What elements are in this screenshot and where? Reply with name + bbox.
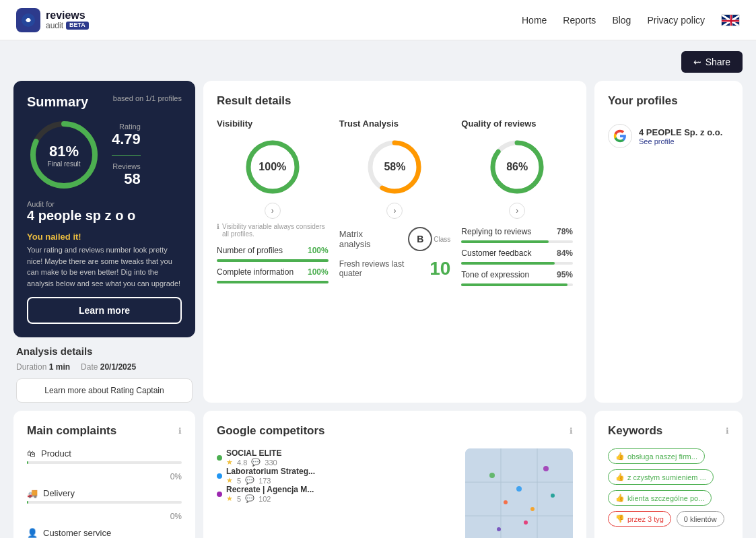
audit-for: Audit for 4 people sp z o o <box>27 200 182 224</box>
top-grid: Summary based on 1/1 profiles 81% Final … <box>13 81 743 403</box>
fresh-row: Fresh reviews last quater 10 <box>339 258 451 279</box>
rating-value: 4.79 <box>112 131 141 148</box>
summary-card: Summary based on 1/1 profiles 81% Final … <box>13 81 195 337</box>
nav-blog[interactable]: Blog <box>612 15 631 26</box>
language-flag[interactable] <box>721 14 740 26</box>
summary-header: Summary based on 1/1 profiles <box>27 94 182 110</box>
logo-title: reviews <box>46 9 89 22</box>
competitors-card: Google competitors ℹ SOCIAL ELITE ★ 4.8 … <box>203 411 586 538</box>
delivery-icon: 🚚 <box>27 488 38 498</box>
trust-next[interactable]: › <box>386 203 403 219</box>
quality-section: Quality of reviews 86% › <box>461 119 573 292</box>
fresh-number: 10 <box>429 258 450 279</box>
gauge-percent: 81% <box>48 143 81 160</box>
competitor-1-info: SOCIAL ELITE ★ 4.8 💬 330 <box>226 448 281 467</box>
result-details-card: Result details Visibility 100% › <box>203 81 586 403</box>
nav-privacy[interactable]: Privacy policy <box>647 15 705 26</box>
keyword-4: 👎 przez 3 tyg <box>608 511 671 527</box>
nav-reports[interactable]: Reports <box>563 15 596 26</box>
visibility-section: Visibility 100% › ℹ Visibil <box>217 119 329 292</box>
competitor-dot-1 <box>217 455 222 461</box>
competitor-2-info: Laboratorium Strateg... ★ 5 💬 173 <box>226 467 315 485</box>
quality-percent: 86% <box>506 161 528 173</box>
complaint-delivery: 🚚 Delivery 0% <box>27 488 182 521</box>
replying-row: Replying to reviews 78% <box>461 227 573 236</box>
gauge-circle: 81% Final result <box>27 118 101 192</box>
nav-home[interactable]: Home <box>522 15 547 26</box>
nailed-it-desc: Your rating and reviews number look pret… <box>27 244 182 289</box>
competitor-3-meta: ★ 5 💬 102 <box>226 494 314 503</box>
cs-icon: 👤 <box>27 528 38 538</box>
svg-point-29 <box>524 520 528 525</box>
trust-donut-wrap: 58% › <box>339 137 451 219</box>
reviews-value: 58 <box>112 170 141 188</box>
keywords-card: Keywords ℹ 👍 obsługa naszej firm... 👍 z … <box>594 411 743 538</box>
complaints-info-icon[interactable]: ℹ <box>178 426 182 436</box>
svg-point-27 <box>551 494 555 498</box>
competitors-title: Google competitors <box>217 424 325 438</box>
svg-point-26 <box>530 507 535 511</box>
profile-details: 4 PEOPLE Sp. z o.o. See profile <box>639 127 722 145</box>
reviews-label: Reviews <box>112 162 141 170</box>
thumb-down-icon: 👎 <box>615 514 625 523</box>
complaint-delivery-header: 🚚 Delivery <box>27 488 182 498</box>
visibility-next[interactable]: › <box>265 203 281 219</box>
trust-title: Trust Analysis <box>339 119 451 129</box>
visibility-metrics: Number of profiles 100% Complete informa… <box>217 246 329 283</box>
competitor-dot-3 <box>217 492 222 497</box>
competitor-1: SOCIAL ELITE ★ 4.8 💬 330 <box>217 448 457 467</box>
svg-point-25 <box>504 500 508 504</box>
profile-name: 4 PEOPLE Sp. z o.o. <box>639 127 722 137</box>
svg-point-28 <box>497 527 501 531</box>
trust-donut: 58% <box>364 137 425 197</box>
svg-point-22 <box>489 473 495 478</box>
logo: reviews audit BETA <box>16 8 89 32</box>
complaint-product: 🛍 Product 0% <box>27 448 182 481</box>
competitors-info-icon[interactable]: ℹ <box>570 426 573 436</box>
summary-column: Summary based on 1/1 profiles 81% Final … <box>13 81 195 403</box>
logo-text: reviews audit BETA <box>46 9 89 30</box>
keywords-title: Keywords <box>608 424 662 438</box>
visibility-percent: 100% <box>259 161 286 173</box>
main-wrapper: ⇜ Share Summary based on 1/1 profiles <box>0 40 756 538</box>
trust-metrics: Matrix analysis B Class Fresh reviews la… <box>339 227 451 279</box>
nav: Home Reports Blog Privacy policy <box>522 14 740 26</box>
keyword-2: 👍 z czystym sumieniem ... <box>608 469 714 485</box>
reviews-block: Reviews 58 <box>112 162 141 188</box>
tone-row: Tone of expression 95% <box>461 270 573 279</box>
result-grid: Visibility 100% › ℹ Visibil <box>217 119 573 292</box>
share-button[interactable]: ⇜ Share <box>681 51 743 73</box>
complaint-customer-service: 👤 Customer service 0% <box>27 528 182 538</box>
company-name: 4 people sp z o o <box>27 208 182 224</box>
complaint-product-header: 🛍 Product <box>27 448 182 459</box>
rating-reviews: Rating 4.79 Reviews 58 <box>112 123 141 188</box>
share-label: Share <box>706 57 730 67</box>
competitor-3-info: Recreate | Agencja M... ★ 5 💬 102 <box>226 485 314 503</box>
rating-label: Rating <box>112 123 141 131</box>
profiles-row: Number of profiles 100% <box>217 246 329 255</box>
competitor-dot-2 <box>217 473 222 479</box>
learn-more-button[interactable]: Learn more <box>27 297 182 324</box>
svg-rect-17 <box>465 448 573 538</box>
audit-for-label: Audit for <box>27 200 182 208</box>
summary-title: Summary <box>27 94 88 110</box>
beta-badge: BETA <box>66 22 89 30</box>
gauge-text: 81% Final result <box>48 143 81 168</box>
keywords-info-icon[interactable]: ℹ <box>726 426 729 436</box>
svg-point-24 <box>543 466 549 471</box>
nailed-it-section: You nailed it! Your rating and reviews n… <box>27 232 182 289</box>
based-on: based on 1/1 profiles <box>113 94 182 102</box>
thumb-up-icon: 👍 <box>615 452 625 461</box>
gauge-area: 81% Final result Rating 4.79 Reviews <box>27 118 182 192</box>
rating-block: Rating 4.79 <box>112 123 141 148</box>
competitor-1-meta: ★ 4.8 💬 330 <box>226 458 281 467</box>
rc-button[interactable]: Learn more about Rating Captain <box>16 378 193 403</box>
google-icon <box>608 124 632 148</box>
quality-metrics: Replying to reviews 78% Customer feedbac… <box>461 227 573 286</box>
svg-point-1 <box>26 18 30 22</box>
duration-label: Duration 1 min <box>16 362 70 372</box>
keyword-list: 👍 obsługa naszej firm... 👍 z czystym sum… <box>608 448 729 527</box>
see-profile-link[interactable]: See profile <box>639 137 722 145</box>
svg-point-23 <box>516 486 522 492</box>
quality-next[interactable]: › <box>509 203 525 219</box>
